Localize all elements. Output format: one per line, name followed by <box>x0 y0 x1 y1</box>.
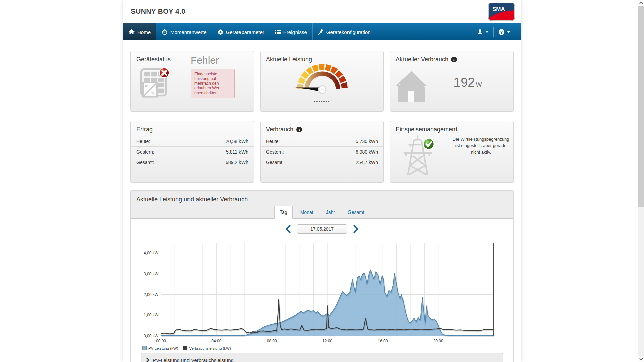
chevron-down-icon <box>639 358 643 360</box>
nav-item-home[interactable]: Home <box>123 23 156 40</box>
table-row: Gesamt:254,7 kWh <box>261 157 383 167</box>
date-picker[interactable]: 17.05.2017 <box>297 224 347 234</box>
home-icon <box>129 29 135 35</box>
card-title: Gerätestatus <box>136 56 171 63</box>
help-menu[interactable]: ? <box>494 23 515 40</box>
svg-text:00:00: 00:00 <box>156 339 166 343</box>
svg-text:1,00 kW: 1,00 kW <box>144 313 159 317</box>
table-row: Gestern:5,811 kWh <box>131 146 254 157</box>
status-card-row: Gerätestatus <box>130 51 514 112</box>
feed-in-management-card: Einspeisemanagement <box>390 121 514 183</box>
main-navbar: Home Momentanwerte Geräteparameter <box>123 23 521 40</box>
consumption-card: Verbrauch i Heute:5,730 kWh Gestern:6,08… <box>260 121 384 183</box>
svg-text:12:00: 12:00 <box>322 339 332 343</box>
svg-text:4,00 kW: 4,00 kW <box>144 251 159 255</box>
house-icon <box>394 70 428 105</box>
table-row: Heute:5,730 kWh <box>261 136 383 146</box>
inverter-icon <box>139 67 170 101</box>
main-content: Gerätestatus <box>123 51 521 362</box>
current-power-card: Aktuelle Leistung ------- <box>260 51 384 112</box>
error-x-icon <box>159 68 169 78</box>
nav-item-geraeteparameter[interactable]: Geräteparameter <box>212 23 270 40</box>
power-gauge <box>290 59 354 96</box>
period-tabs: Tag Monat Jahr Gesamt <box>131 206 513 219</box>
page-header: SUNNY BOY 4.0 SMA <box>123 0 521 23</box>
help-icon: ? <box>498 29 505 35</box>
previous-day-button[interactable] <box>285 225 291 233</box>
sma-logo-text: SMA <box>492 6 505 12</box>
chevron-up-icon <box>639 2 643 4</box>
gear-icon <box>218 29 223 35</box>
tab-gesamt[interactable]: Gesamt <box>342 206 370 219</box>
check-icon <box>423 139 434 149</box>
svg-text:08:00: 08:00 <box>267 339 277 343</box>
pv-legend-swatch <box>142 346 147 350</box>
nav-item-geraetekonfiguration[interactable]: Gerätekonfiguration <box>313 23 376 40</box>
svg-text:20:00: 20:00 <box>433 339 443 343</box>
current-power-value: ------- <box>261 98 383 104</box>
page-container: SUNNY BOY 4.0 SMA Home <box>123 0 521 362</box>
legend-pv: PV-Leistung (kW) <box>142 346 178 350</box>
yield-card: Ertrag Heute:20,58 kWh Gestern:5,811 kWh… <box>130 121 254 183</box>
navbar-right: ? <box>472 23 521 40</box>
browser-viewport: SUNNY BOY 4.0 SMA Home <box>0 0 644 362</box>
device-title: SUNNY BOY 4.0 <box>131 7 185 15</box>
chevron-right-icon <box>353 225 359 233</box>
tab-tag[interactable]: Tag <box>274 206 293 219</box>
svg-text:0,00 kW: 0,00 kW <box>144 334 159 338</box>
chevron-left-icon <box>285 225 291 233</box>
chevron-down-icon <box>485 31 489 33</box>
list-icon <box>275 29 281 34</box>
pylon-icon <box>399 133 436 177</box>
svg-text:?: ? <box>500 29 503 34</box>
legend-consumption: Verbrauchsleistung (kW) <box>183 346 231 350</box>
power-consumption-chart[interactable]: 4,00 kW3,00 kW2,00 kW1,00 kW0,00 kW00:00… <box>131 238 513 345</box>
scroll-up-button[interactable] <box>638 0 644 6</box>
table-row: Heute:20,58 kWh <box>131 136 254 146</box>
pv-consumption-expander[interactable]: PV-Leistung und Verbrauchsleistung <box>141 353 503 362</box>
scrollbar-thumb[interactable] <box>638 6 644 207</box>
device-status-alert: Eingespeiste Leistung hat mehrfach den e… <box>191 69 235 98</box>
device-status-value: Fehler <box>191 55 219 66</box>
current-consumption-card: Aktueller Verbrauch i 192W <box>390 51 514 112</box>
info-icon[interactable]: i <box>296 127 302 132</box>
svg-text:16:00: 16:00 <box>378 339 388 343</box>
tab-jahr[interactable]: Jahr <box>321 206 340 219</box>
current-consumption-value: 192W <box>453 75 482 90</box>
consumption-legend-swatch <box>183 346 187 350</box>
sma-logo: SMA <box>488 3 515 21</box>
nav-item-ereignisse[interactable]: Ereignisse <box>270 23 313 40</box>
info-icon[interactable]: i <box>451 57 457 62</box>
card-title: Aktueller Verbrauch <box>396 56 448 63</box>
scroll-down-button[interactable] <box>638 356 644 362</box>
chart-legend: PV-Leistung (kW) Verbrauchsleistung (kW) <box>142 346 513 350</box>
card-title: Verbrauch <box>266 126 293 133</box>
card-title: Ertrag <box>136 126 153 133</box>
feed-in-message: Die Wirkleistungsbegrenzung ist eingeste… <box>451 136 511 155</box>
tab-monat[interactable]: Monat <box>295 206 319 219</box>
chevron-right-icon <box>146 358 149 362</box>
svg-text:3,00 kW: 3,00 kW <box>144 272 159 276</box>
gauge-icon <box>162 29 168 35</box>
table-row: Gestern:6,080 kWh <box>261 146 383 157</box>
wrench-icon <box>318 29 324 35</box>
nav-item-momentanwerte[interactable]: Momentanwerte <box>156 23 212 40</box>
chart-section-title: Aktuelle Leistung und aktueller Verbrauc… <box>131 191 513 203</box>
user-icon <box>477 29 483 35</box>
svg-text:04:00: 04:00 <box>211 339 221 343</box>
day-tab-panel: 17.05.2017 4,00 kW3,00 kW2,00 kW1,00 kW0… <box>131 219 513 362</box>
svg-text:2,00 kW: 2,00 kW <box>144 292 159 297</box>
card-title: Einspeisemanagement <box>396 126 457 133</box>
consumption-rows: Heute:5,730 kWh Gestern:6,080 kWh Gesamt… <box>261 136 383 167</box>
chevron-down-icon <box>507 31 511 33</box>
totals-card-row: Ertrag Heute:20,58 kWh Gestern:5,811 kWh… <box>130 121 514 183</box>
vertical-scrollbar[interactable] <box>638 0 644 362</box>
power-chart-card: Aktuelle Leistung und aktueller Verbrauc… <box>130 190 514 362</box>
user-menu[interactable] <box>472 23 493 40</box>
device-status-card: Gerätestatus <box>130 51 254 112</box>
table-row: Gesamt:689,2 kWh <box>131 157 254 167</box>
date-navigation: 17.05.2017 <box>131 224 513 234</box>
next-day-button[interactable] <box>353 225 359 233</box>
yield-rows: Heute:20,58 kWh Gestern:5,811 kWh Gesamt… <box>131 136 254 167</box>
